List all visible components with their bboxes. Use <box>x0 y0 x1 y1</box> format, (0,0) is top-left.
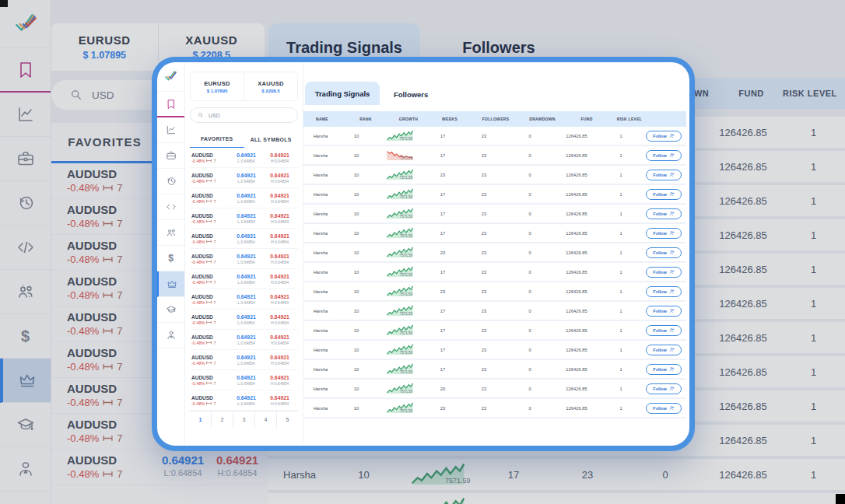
signal-name: Harsha <box>303 250 338 255</box>
symbol-tab[interactable]: EURUSD $ 1.07895 <box>191 72 244 100</box>
search-icon <box>198 112 204 118</box>
favorite-symbol: AUDUSD <box>191 294 230 299</box>
favorite-row[interactable]: AUDUSD -0.48% 7 0.64921 L:0.64854 <box>190 310 298 330</box>
growth-sparkline: 7571.59 <box>386 285 414 296</box>
signal-risk: 1 <box>601 192 641 197</box>
follow-button[interactable]: Follow <box>646 383 682 394</box>
pagination-page[interactable]: 3 <box>233 411 255 428</box>
follow-label: Follow <box>653 173 666 177</box>
pagination-page[interactable]: 4 <box>255 411 277 428</box>
follow-button[interactable]: Follow <box>646 403 682 414</box>
modal-sidebar-item-community[interactable] <box>157 220 184 246</box>
modal-sidebar-item-portfolio[interactable] <box>157 143 184 169</box>
follow-button[interactable]: Follow <box>646 267 682 278</box>
favorite-row[interactable]: AUDUSD -0.48% 7 0.64921 L:0.64854 <box>190 168 298 188</box>
favorite-ask: 0.64921 <box>263 254 296 259</box>
growth-sparkline: 7571.59 <box>386 247 414 257</box>
modal-sidebar-item-charts[interactable] <box>157 117 184 143</box>
modal-sidebar-item-finance[interactable]: $ <box>157 246 184 271</box>
signal-risk: 1 <box>601 231 641 236</box>
follow-button[interactable]: Follow <box>646 208 682 219</box>
favorite-ask-high: H:0.64854 <box>263 260 296 264</box>
signal-followers: 23 <box>461 231 507 236</box>
modal-favorites-list: AUDUSD -0.48% 7 0.64921 L:0.64854 <box>190 148 298 411</box>
favorite-row[interactable]: AUDUSD -0.48% 7 0.64921 L:0.64854 <box>190 208 298 229</box>
favorite-row[interactable]: AUDUSD -0.48% 7 0.64921 L:0.64854 <box>190 188 298 208</box>
favorite-row[interactable]: AUDUSD -0.48% 7 0.64921 L:0.64854 <box>190 289 298 310</box>
favorite-row[interactable]: AUDUSD -0.48% 7 0.64921 L:0.64854 <box>190 269 298 289</box>
growth-sparkline: 7571.59 <box>386 402 414 413</box>
favorite-bid: 0.64921 <box>230 173 263 178</box>
search-value: USD <box>209 113 220 118</box>
favorite-spread: 7 <box>213 260 216 264</box>
add-user-icon <box>669 405 675 411</box>
tab-followers[interactable]: Followers <box>394 90 428 105</box>
follow-button[interactable]: Follow <box>646 131 682 142</box>
follow-button[interactable]: Follow <box>646 150 682 161</box>
modal-sidebar-item-watchlist[interactable] <box>157 92 184 117</box>
follow-button[interactable]: Follow <box>646 189 682 200</box>
pagination-page[interactable]: 5 <box>277 411 298 428</box>
favorite-spread: 7 <box>213 381 216 386</box>
favorite-row[interactable]: AUDUSD -0.48% 7 0.64921 L:0.64854 <box>190 350 298 370</box>
tab-favorites[interactable]: FAVORITES <box>190 131 244 148</box>
signal-row: Harsha 10 <box>303 302 686 321</box>
follow-button[interactable]: Follow <box>646 345 682 355</box>
follow-label: Follow <box>653 406 666 411</box>
follow-button[interactable]: Follow <box>646 228 682 239</box>
follow-button[interactable]: Follow <box>646 325 682 336</box>
growth-value: 7571.59 <box>400 215 412 219</box>
modal-sidebar-item-account[interactable] <box>157 323 184 348</box>
favorite-row[interactable]: AUDUSD -0.48% 7 0.64921 L:0.64854 <box>190 370 298 390</box>
favorite-bid: 0.64921 <box>230 152 263 158</box>
modal-search-input[interactable]: USD <box>190 107 298 123</box>
signal-drawdown: 0 <box>507 367 552 372</box>
favorite-change: -0.48% <box>191 320 205 325</box>
signal-drawdown: 0 <box>507 289 552 294</box>
favorite-spread: 7 <box>213 179 216 184</box>
add-user-icon <box>669 289 675 294</box>
modal-sidebar-item-history[interactable] <box>157 169 184 194</box>
column-header: GROWTH <box>391 117 426 121</box>
signal-row: Harsha 10 <box>303 380 686 399</box>
signal-fund: 126426.85 <box>552 270 601 275</box>
pagination-page[interactable]: 2 <box>212 411 233 428</box>
growth-value: 7571.59 <box>400 351 412 355</box>
favorite-row[interactable]: AUDUSD -0.48% 7 0.64921 L:0.64854 <box>190 249 298 269</box>
favorite-symbol: AUDUSD <box>191 233 230 239</box>
signal-name: Harsha <box>303 270 338 275</box>
favorite-spread: 7 <box>213 300 216 305</box>
spread-icon <box>206 341 212 345</box>
favorite-ask-high: H:0.64854 <box>263 199 296 204</box>
signal-weeks: 17 <box>425 309 461 313</box>
favorite-row[interactable]: AUDUSD -0.48% 7 0.64921 L:0.64854 <box>190 148 298 168</box>
favorite-row[interactable]: AUDUSD -0.48% 7 0.64921 L:0.64854 <box>190 229 298 249</box>
signal-rank: 10 <box>338 250 375 255</box>
favorite-spread: 7 <box>213 219 216 224</box>
growth-value: 7571.59 <box>400 254 412 257</box>
symbol-tab[interactable]: XAUUSD $ 2208.5 <box>244 72 297 100</box>
signal-row: Harsha 10 <box>303 243 686 263</box>
bookmark-icon <box>166 99 177 110</box>
favorite-row[interactable]: AUDUSD -0.48% 7 0.64921 L:0.64854 <box>190 330 298 350</box>
spread-icon <box>206 361 212 365</box>
favorite-change: -0.48% <box>191 280 205 285</box>
signal-name: Harsha <box>303 153 338 158</box>
signal-name: Harsha <box>303 289 338 294</box>
signal-rank: 10 <box>338 270 375 275</box>
follow-button[interactable]: Follow <box>646 170 682 180</box>
follow-button[interactable]: Follow <box>646 286 682 297</box>
pagination-page[interactable]: 1 <box>190 411 212 428</box>
signal-name: Harsha <box>303 173 338 177</box>
follow-button[interactable]: Follow <box>646 306 682 317</box>
tab-all-symbols[interactable]: ALL SYMBOLS <box>244 131 299 148</box>
follow-button[interactable]: Follow <box>646 247 682 258</box>
modal-sidebar-item-education[interactable] <box>157 297 184 323</box>
line-chart-icon <box>166 124 177 135</box>
favorite-row[interactable]: AUDUSD -0.48% 7 0.64921 L:0.64854 <box>190 390 298 411</box>
signal-rank: 10 <box>338 309 375 313</box>
tab-trading-signals[interactable]: Trading Signals <box>305 82 380 105</box>
modal-sidebar-item-signals[interactable] <box>157 271 184 297</box>
modal-sidebar-item-api[interactable] <box>157 194 184 220</box>
follow-button[interactable]: Follow <box>646 364 682 375</box>
